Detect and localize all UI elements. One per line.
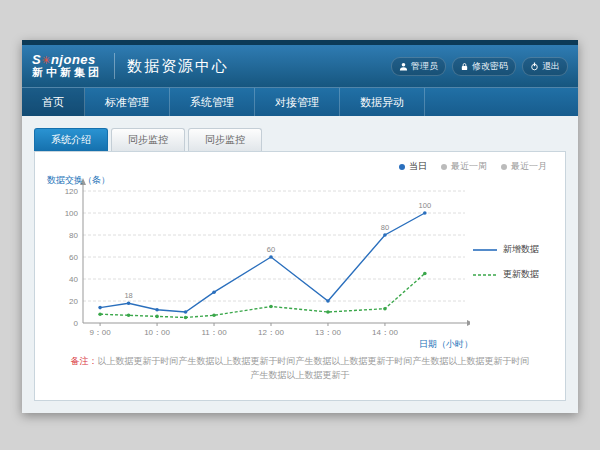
- svg-text:60: 60: [69, 253, 78, 262]
- filter-label: 最近一周: [451, 160, 487, 173]
- nav-item-1[interactable]: 首页: [22, 88, 85, 116]
- admin-label: 管理员: [411, 60, 438, 73]
- desktop-background: S✳njones 新中新集团 数据资源中心 管理员修改密码退出 首页标准管理系统…: [0, 0, 600, 450]
- app-header: S✳njones 新中新集团 数据资源中心 管理员修改密码退出: [22, 45, 578, 87]
- logout-label: 退出: [542, 60, 560, 73]
- svg-text:10：00: 10：00: [144, 328, 170, 337]
- svg-text:40: 40: [69, 275, 78, 284]
- main-nav: 首页标准管理系统管理对接管理数据异动: [22, 87, 578, 116]
- legend-label: 新增数据: [503, 243, 539, 256]
- password-button[interactable]: 修改密码: [452, 57, 516, 76]
- svg-text:9：00: 9：00: [89, 328, 111, 337]
- footnote: 备注：以上数据更新于时间产生数据以上数据更新于时间产生数据以上数据更新于时间产生…: [45, 355, 555, 382]
- svg-text:20: 20: [69, 297, 78, 306]
- svg-text:日期（小时）: 日期（小时）: [419, 339, 470, 349]
- svg-text:60: 60: [267, 245, 275, 254]
- nav-item-4[interactable]: 对接管理: [255, 88, 340, 116]
- tab-1[interactable]: 系统介绍: [34, 128, 108, 151]
- svg-text:80: 80: [69, 231, 78, 240]
- legend-line-icon: [472, 246, 498, 254]
- admin-button[interactable]: 管理员: [391, 57, 446, 76]
- lock-icon: [460, 62, 469, 71]
- filter-3[interactable]: 最近一月: [501, 160, 547, 173]
- footnote-text: 以上数据更新于时间产生数据以上数据更新于时间产生数据以上数据更新于时间产生数据以…: [98, 356, 530, 380]
- series-legend: 新增数据更新数据: [472, 243, 555, 281]
- chart-panel: 当日最近一周最近一月 0204060801001209：0010：0011：00…: [34, 151, 566, 401]
- svg-text:14：00: 14：00: [372, 328, 398, 337]
- svg-text:数据交换（条）: 数据交换（条）: [47, 175, 110, 185]
- svg-text:12：00: 12：00: [258, 328, 284, 337]
- logout-button[interactable]: 退出: [522, 57, 568, 76]
- page-title: 数据资源中心: [127, 57, 229, 76]
- filter-dot-icon: [441, 164, 447, 170]
- filter-label: 当日: [409, 160, 427, 173]
- svg-text:80: 80: [381, 223, 389, 232]
- header-actions: 管理员修改密码退出: [391, 57, 568, 76]
- password-label: 修改密码: [472, 60, 508, 73]
- svg-text:0: 0: [74, 319, 79, 328]
- filter-dot-icon: [501, 164, 507, 170]
- svg-text:120: 120: [65, 187, 79, 196]
- tab-3[interactable]: 同步监控: [188, 128, 262, 151]
- legend-line-icon: [472, 271, 498, 279]
- nav-item-5[interactable]: 数据异动: [340, 88, 425, 116]
- legend-item-1[interactable]: 新增数据: [472, 243, 555, 256]
- svg-text:18: 18: [124, 291, 132, 300]
- svg-text:100: 100: [65, 209, 79, 218]
- legend-label: 更新数据: [503, 268, 539, 281]
- legend-item-2[interactable]: 更新数据: [472, 268, 555, 281]
- power-icon: [530, 62, 539, 71]
- logo-wordmark: S✳njones: [32, 53, 102, 67]
- tab-2[interactable]: 同步监控: [111, 128, 185, 151]
- logo-star-icon: ✳: [41, 54, 51, 66]
- user-icon: [399, 62, 408, 71]
- filter-2[interactable]: 最近一周: [441, 160, 487, 173]
- logo-company-name: 新中新集团: [32, 67, 102, 79]
- time-range-filters: 当日最近一周最近一月: [45, 158, 555, 173]
- company-logo: S✳njones 新中新集团: [32, 53, 102, 78]
- filter-label: 最近一月: [511, 160, 547, 173]
- svg-text:11：00: 11：00: [201, 328, 227, 337]
- nav-item-2[interactable]: 标准管理: [85, 88, 170, 116]
- header-divider: [114, 53, 115, 79]
- content-area: 系统介绍同步监控同步监控 当日最近一周最近一月 0204060801001209…: [22, 116, 578, 413]
- svg-text:13：00: 13：00: [315, 328, 341, 337]
- line-chart: 0204060801001209：0010：0011：0012：0013：001…: [45, 173, 470, 351]
- tab-bar: 系统介绍同步监控同步监控: [34, 128, 566, 151]
- filter-1[interactable]: 当日: [399, 160, 427, 173]
- footnote-prefix: 备注：: [71, 356, 98, 366]
- chart-row: 0204060801001209：0010：0011：0012：0013：001…: [45, 173, 555, 351]
- svg-text:100: 100: [419, 201, 432, 210]
- nav-item-3[interactable]: 系统管理: [170, 88, 255, 116]
- filter-dot-icon: [399, 164, 405, 170]
- app-window: S✳njones 新中新集团 数据资源中心 管理员修改密码退出 首页标准管理系统…: [22, 40, 578, 413]
